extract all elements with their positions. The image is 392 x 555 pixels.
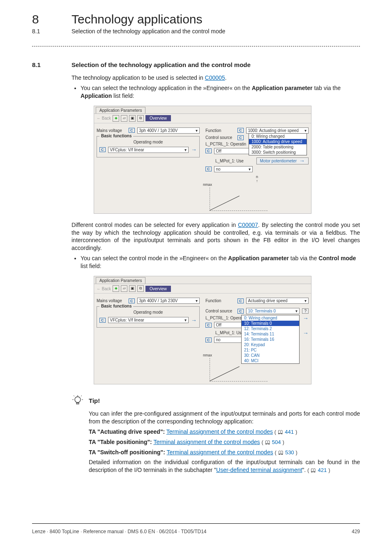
c-badge: C (238, 309, 244, 314)
tip-line-1: TA "Actuating drive speed": Terminal ass… (89, 428, 360, 436)
nav-icon[interactable]: ▣ (129, 285, 136, 292)
menu-item[interactable]: 12: Terminals 2 (242, 326, 299, 331)
emphasis: Control mode (318, 255, 356, 261)
link-terminal-assignment[interactable]: Terminal assignment of the control modes (167, 449, 273, 456)
help-button[interactable]: ? (302, 308, 309, 314)
bullet-item: You can select the control mode in the »… (81, 254, 360, 270)
page-ref[interactable]: 441 (285, 428, 294, 436)
nav-icon[interactable]: ▱ (121, 285, 127, 292)
tip-heading: Tip! (89, 397, 100, 404)
menu-item-selected[interactable]: 10: Terminals 0 (242, 321, 299, 326)
overview-button[interactable]: Overview (145, 115, 171, 121)
menu-item-selected[interactable]: 1000: Actuating drive speed (249, 139, 307, 144)
link-terminal-assignment[interactable]: Terminal assignment of the control modes (166, 428, 273, 435)
emphasis: Application parameter (252, 85, 313, 91)
menu-item[interactable]: 40: MCI (242, 358, 299, 363)
svg-point-0 (75, 397, 81, 402)
tip-line-2: TA "Table positioning": Terminal assignm… (89, 438, 360, 446)
menu-item[interactable]: 2000: Table positioning (249, 144, 307, 150)
menu-item[interactable]: 21: PC (242, 347, 299, 353)
tab-app-params[interactable]: Application Parameters (96, 107, 145, 113)
tab-app-params[interactable]: Application Parameters (96, 277, 145, 284)
function-menu[interactable]: 0: Wiring changed 1000: Actuating drive … (249, 133, 307, 155)
link-c00005[interactable]: C00005 (205, 74, 225, 81)
page-ref[interactable]: 504 (272, 439, 281, 446)
section-number: 8.1 (32, 61, 71, 68)
c-badge: C (205, 338, 212, 342)
text: list field: (112, 92, 134, 99)
mains-dropdown[interactable]: 3ph 400V / 1ph 230V▾ (137, 127, 200, 134)
text: The technology application to be used is… (71, 74, 205, 81)
back-button[interactable]: ← Back (97, 287, 111, 291)
menu-item[interactable]: 16: Terminals 16 (242, 337, 299, 342)
nav-icon[interactable]: ⧉ (137, 115, 144, 122)
menu-item[interactable]: 30: CAN (242, 353, 299, 358)
label-nmax: nmax (203, 353, 212, 357)
motor-pot-button[interactable]: Motor potentiometer→ (256, 157, 309, 164)
menu-item[interactable]: 0: Wiring changed (242, 315, 299, 321)
chapter-number: 8 (32, 12, 71, 26)
label-function: Function (205, 298, 235, 303)
function-dropdown[interactable]: 1000: Actuating drive speed▾ (246, 127, 309, 134)
control-source-dropdown[interactable]: 10: Terminals 0▾ (246, 308, 300, 314)
nav-icon[interactable]: ⧉ (137, 285, 144, 292)
text: tab via the (313, 85, 341, 91)
menu-item[interactable]: 20: Keypad (242, 342, 299, 347)
mains-dropdown[interactable]: 3ph 400V / 1ph 230V▾ (137, 298, 200, 304)
chapter-title: Technology applications (71, 12, 203, 26)
function-dropdown[interactable]: Actuating drive speed▾ (246, 298, 309, 304)
control-source-menu[interactable]: 0: Wiring changed 10: Terminals 0 12: Te… (241, 315, 300, 364)
section-title: Selection of the technology application … (71, 61, 251, 68)
nav-icon[interactable]: ◈ (113, 285, 119, 292)
text: Different control modes can be selected … (71, 222, 238, 228)
arrow-icon: → (303, 331, 309, 335)
c-badge: C (99, 147, 106, 152)
off-dropdown[interactable]: Off▾ (214, 148, 253, 154)
menu-item[interactable]: 14: Terminals 11 (242, 331, 299, 337)
label-ctrl-source: Control source (205, 135, 235, 140)
overview-button[interactable]: Overview (145, 286, 171, 292)
fieldset-basic: Basic functions (99, 304, 133, 308)
text: ". (302, 467, 307, 473)
page-ref[interactable]: 530 (285, 449, 294, 456)
opmode-dropdown[interactable]: VFCplus: V/f linear▾ (108, 147, 189, 153)
label-nmax: nmax (203, 183, 212, 187)
label-lpctrl: L_PCTRL_1: Operatin (205, 316, 246, 320)
text: You can select the control mode in the »… (81, 255, 228, 261)
link-c00007[interactable]: C00007 (238, 222, 258, 228)
arrow-icon: → (191, 318, 197, 322)
opmode-dropdown[interactable]: VFCplus: V/f linear▾ (108, 317, 189, 323)
menu-item[interactable]: 0: Wiring changed (249, 134, 307, 139)
c-badge: C (205, 148, 212, 153)
nav-icon[interactable]: ◈ (113, 115, 119, 122)
screenshot-control-mode: Application Parameters ← Back ◈ ▱ ▣ ⧉ Ov… (94, 276, 311, 384)
no-dropdown[interactable]: no▾ (214, 166, 253, 172)
tip-icon (71, 394, 84, 407)
back-button[interactable]: ← Back (97, 116, 111, 120)
menu-item[interactable]: 3000: Switch positioning (249, 150, 307, 155)
label-function: Function (205, 128, 235, 133)
nav-icon[interactable]: ▱ (121, 115, 127, 122)
label-mains: Mains voltage (97, 298, 126, 303)
book-icon: 🕮 (311, 467, 316, 474)
c-badge: C (205, 323, 212, 328)
subsection-number: 8.1 (32, 28, 71, 35)
divider (32, 46, 360, 46)
subsection-title: Selection of the technology application … (71, 28, 225, 35)
mid-paragraph: Different control modes can be selected … (71, 221, 360, 252)
arrow-icon: → (303, 316, 309, 320)
label-mpot: L_MPot_1: Use (215, 331, 244, 335)
graph-sketch (210, 187, 267, 211)
page-ref[interactable]: 421 (318, 467, 327, 474)
c-badge: C (205, 166, 212, 171)
arrow-icon: → (191, 148, 197, 152)
c-badge: C (238, 135, 244, 140)
link-user-defined[interactable]: User-defined terminal assignment (216, 467, 302, 473)
book-icon: 🕮 (278, 428, 283, 436)
text: . (225, 74, 227, 81)
tip-line-3: TA "Switch-off positioning": Terminal as… (89, 449, 360, 456)
label-mains: Mains voltage (97, 128, 126, 133)
link-terminal-assignment[interactable]: Terminal assignment of the control modes (153, 439, 260, 445)
nav-icon[interactable]: ▣ (129, 115, 136, 122)
footer-page: 429 (352, 529, 360, 534)
